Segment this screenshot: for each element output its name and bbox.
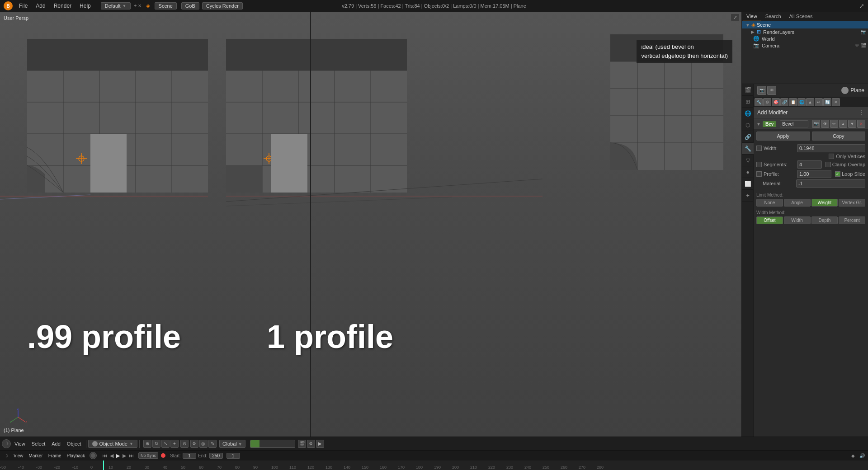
toolbar-object[interactable]: Object [64,440,84,447]
segments-checkbox[interactable] [756,162,762,167]
timeline-marker-btn[interactable]: Marker [27,453,45,459]
render-btn[interactable]: 🎬 [298,440,306,448]
prop-icon-particles[interactable]: ✦ [742,190,754,202]
modifier-collapse-btn[interactable]: ▼ [756,122,761,127]
transform-translate[interactable]: ⊕ [143,440,151,448]
timeline-view-btn[interactable]: View [12,453,25,459]
mode-selector[interactable]: Object Mode ▼ [88,440,137,448]
prop-icon-world[interactable]: 🌐 [742,108,754,119]
props-icon-5[interactable]: 📋 [789,98,797,106]
width-checkbox[interactable] [756,146,762,151]
apply-button[interactable]: Apply [756,132,810,141]
outliner-item-scene[interactable]: ▼ ◈ Scene [742,21,868,28]
modifier-up-icon[interactable]: ▲ [839,120,847,128]
modifier-eye-icon[interactable]: 👁 [821,120,829,128]
tab-search[interactable]: Search [762,13,785,20]
timeline-icon[interactable]: ☽ [2,451,10,460]
viewport-maximize-btn[interactable]: ⤢ [731,14,740,21]
timeline-ruler[interactable]: -50 -40 -30 -20 -10 0 10 20 30 40 50 60 … [0,461,868,470]
props-icon-1[interactable]: 🔧 [755,98,763,106]
props-icon-9[interactable]: 🔄 [823,98,831,106]
modifier-down-icon[interactable]: ▼ [848,120,856,128]
close-workspace-btn[interactable]: × [138,3,142,9]
render-settings-btn[interactable]: ⚙ [307,440,315,448]
prop-icon-constraints[interactable]: 🔗 [742,131,754,143]
toolbar-add[interactable]: Add [49,440,63,447]
transform-manipulator[interactable]: + [170,440,179,448]
outliner-item-world[interactable]: 🌐 World [742,35,868,42]
modifier-name-input[interactable]: Bevel [780,120,808,127]
props-icon-3[interactable]: 🎯 [772,98,780,106]
end-frame-input[interactable] [209,453,223,459]
next-frame-btn[interactable]: ▶ [122,453,127,459]
add-modifier-menu[interactable]: ⋮ [858,109,864,116]
skip-end-btn[interactable]: ⏭ [128,453,135,458]
engine-selector[interactable]: Cycles Render [202,2,243,9]
snap-btn[interactable]: ⊙ [180,440,189,448]
menu-file[interactable]: File [15,2,31,10]
keyframe-icon[interactable]: ◆ [849,451,857,460]
toolbar-icon-btn[interactable]: ☽ [2,439,11,448]
prop-icon-scene[interactable]: 🎬 [742,84,754,96]
prop-icon-data[interactable]: ▽ [742,155,754,166]
width-offset-btn[interactable]: Offset [756,216,783,224]
render-layers-cam-icon[interactable]: 📷 [861,29,866,34]
profile-checkbox[interactable] [756,171,762,177]
toolbar-view[interactable]: View [12,440,28,447]
modifier-edit-icon[interactable]: ✏ [830,120,838,128]
props-vis-icon[interactable]: 👁 [767,86,776,95]
width-depth-btn[interactable]: Depth [811,216,838,224]
width-percent-btn[interactable]: Percent [839,216,865,224]
play-btn[interactable]: ▶ [115,453,121,459]
limit-vertexgr-btn[interactable]: Vertex Gr. [839,199,865,207]
timeline-playback-btn[interactable]: Playback [65,453,87,459]
viewport-3d[interactable]: User Persp ideal (used bevel on vertical… [0,12,741,437]
tab-view[interactable]: View [743,13,761,20]
outliner-item-camera[interactable]: 📷 Camera 👁 🎬 [742,42,868,49]
width-width-btn[interactable]: Width [784,216,811,224]
toolbar-select[interactable]: Select [29,440,48,447]
loop-slide-checkbox[interactable]: ✓ [835,171,840,177]
menu-render[interactable]: Render [50,2,75,10]
clamp-checkbox[interactable] [826,162,831,167]
copy-button[interactable]: Copy [812,132,866,141]
prop-icon-object[interactable]: ⬡ [742,119,754,131]
start-frame-input[interactable] [183,453,196,459]
paint-btn[interactable]: ✎ [208,440,217,448]
scene-selector[interactable]: Scene [155,2,177,9]
material-value[interactable]: -1 [796,179,865,188]
props-icon-10[interactable]: ✕ [832,98,840,106]
transform-scale[interactable]: ⤡ [161,440,170,448]
audio-icon[interactable]: 🔊 [858,451,866,460]
transform-rotate[interactable]: ↻ [152,440,160,448]
skip-start-btn[interactable]: ⏮ [101,453,108,458]
limit-none-btn[interactable]: None [756,199,783,207]
prop-edit-btn[interactable]: ◎ [199,440,208,448]
menu-help[interactable]: Help [76,2,94,10]
only-vertices-checkbox[interactable] [829,154,834,159]
gob-btn[interactable]: GoB [181,2,199,9]
prev-frame-btn[interactable]: ◀ [109,453,114,459]
props-icon-8[interactable]: ↩ [815,98,823,106]
global-selector[interactable]: Global ▼ [219,440,245,448]
snap-settings-btn[interactable]: ⚙ [190,440,198,448]
tab-all-scenes[interactable]: All Scenes [786,13,816,20]
props-render-icon[interactable]: 📷 [757,86,766,95]
limit-weight-btn[interactable]: Weight [811,199,838,207]
sync-label[interactable]: No Sync [138,452,158,459]
modifier-delete-icon[interactable]: ✕ [857,120,865,128]
props-icon-2[interactable]: ⚙ [763,98,771,106]
modifier-render-icon[interactable]: 📷 [812,120,820,128]
width-value[interactable]: 0.1948 [797,144,865,152]
props-icon-7[interactable]: ▲ [806,98,814,106]
props-icon-4[interactable]: 🔗 [780,98,788,106]
render-view-btn[interactable]: ▶ [316,440,324,448]
workspace-selector[interactable]: Default ▼ [101,2,131,9]
outliner-item-renderlayers[interactable]: ▶ ⊞ RenderLayers 📷 [742,28,868,35]
record-btn[interactable] [90,452,97,459]
limit-angle-btn[interactable]: Angle [784,199,811,207]
menu-add[interactable]: Add [32,2,49,10]
expand-viewport-btn[interactable]: ⤢ [859,2,864,9]
timeline-frame-btn[interactable]: Frame [47,453,63,459]
add-workspace-btn[interactable]: + [134,3,137,9]
